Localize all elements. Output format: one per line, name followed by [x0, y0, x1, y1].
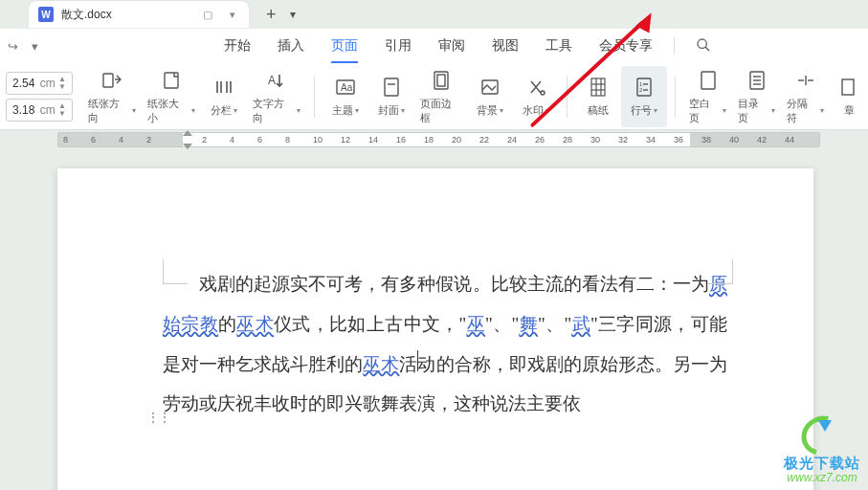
paper-size-button[interactable]: 纸张大小▾ — [142, 66, 201, 127]
text-direction-button[interactable]: A 文字方向▾ — [247, 66, 306, 127]
line-number-button[interactable]: 12 行号▾ — [621, 66, 667, 127]
ruler-tick: 14 — [368, 135, 378, 145]
link-text[interactable]: 舞 — [519, 314, 538, 334]
orientation-button[interactable]: 纸张方向▾ — [82, 66, 142, 127]
ruler-tick: 8 — [63, 135, 68, 145]
ruler-tick: 4 — [230, 135, 234, 145]
document-tab[interactable]: W 散文.docx ▢ ▾ — [29, 1, 249, 28]
menu-page[interactable]: 页面 — [318, 29, 371, 63]
document-body[interactable]: 戏剧的起源实不可考，有多种假说。比较主流的看法有二：一为原始宗教的巫术仪式，比如… — [163, 264, 727, 424]
theme-button[interactable]: Aa 主题▾ — [323, 66, 368, 127]
svg-rect-11 — [385, 78, 398, 96]
link-text[interactable]: 武 — [571, 314, 590, 334]
orientation-icon — [99, 68, 125, 93]
ruler-tick: 4 — [119, 135, 123, 145]
text-direction-icon: A — [263, 68, 290, 93]
menu-insert[interactable]: 插入 — [264, 29, 318, 63]
svg-rect-3 — [165, 73, 178, 88]
watermark-logo-icon — [801, 416, 843, 455]
ruler-tick: 24 — [507, 135, 517, 145]
blank-page-button[interactable]: 空白页▾ — [683, 66, 732, 127]
ruler-tick: 12 — [341, 135, 350, 145]
svg-text:A: A — [268, 74, 276, 87]
margin-top-input[interactable]: 2.54 cm ▲▼ — [6, 72, 73, 95]
paragraph[interactable]: 戏剧的起源实不可考，有多种假说。比较主流的看法有二：一为原始宗教的巫术仪式，比如… — [163, 264, 727, 424]
cover-icon — [378, 75, 405, 100]
chapter-icon — [835, 75, 862, 100]
background-button[interactable]: 背景▾ — [467, 66, 513, 127]
ruler-tick: 16 — [396, 135, 406, 145]
ruler-tick: 26 — [535, 135, 545, 145]
svg-rect-27 — [701, 72, 715, 89]
menu-review[interactable]: 审阅 — [425, 29, 479, 63]
tab-more-icon[interactable]: ▾ — [290, 8, 296, 21]
page-border-icon — [428, 68, 455, 93]
menu-more-icon[interactable]: ▾ — [32, 39, 38, 54]
first-line-indent-marker[interactable] — [183, 130, 192, 136]
document-area: 戏剧的起源实不可考，有多种假说。比较主流的看法有二：一为原始宗教的巫术仪式，比如… — [0, 151, 868, 490]
cover-button[interactable]: 封面▾ — [368, 66, 414, 127]
menu-reference[interactable]: 引用 — [371, 29, 425, 63]
link-text[interactable]: 巫术 — [236, 314, 274, 334]
page-border-button[interactable]: 页面边框 — [414, 66, 468, 127]
margin-left-input[interactable]: 3.18 cm ▲▼ — [6, 99, 73, 122]
menu-view[interactable]: 视图 — [479, 29, 532, 63]
ruler-tick: 42 — [757, 135, 767, 145]
ruler-tick: 2 — [146, 135, 151, 145]
svg-text:Aa: Aa — [341, 82, 353, 93]
margin-corner-tr — [708, 259, 733, 284]
ruler-tick: 6 — [91, 135, 96, 145]
svg-point-0 — [698, 39, 706, 48]
menu-separator — [674, 37, 675, 55]
site-watermark: 极光下载站 www.xz7.com — [784, 416, 860, 484]
tab-dropdown-icon[interactable]: ▾ — [226, 8, 239, 21]
manuscript-icon — [585, 75, 612, 100]
ruler-tick: 36 — [674, 135, 683, 145]
link-text[interactable]: 巫 — [466, 314, 485, 334]
columns-button[interactable]: 分栏▾ — [201, 66, 247, 127]
columns-icon — [211, 75, 237, 100]
document-title: 散文.docx — [61, 7, 189, 23]
svg-line-1 — [705, 47, 709, 51]
chapter-button[interactable]: 章 — [830, 66, 868, 127]
ruler-tick: 20 — [452, 135, 461, 145]
background-icon — [477, 75, 503, 100]
ruler-tick: 28 — [563, 135, 572, 145]
horizontal-ruler[interactable]: 8642246810121416182022242628303234363840… — [57, 132, 820, 147]
tab-window-icon[interactable]: ▢ — [201, 8, 214, 21]
separator-button[interactable]: 分隔符▾ — [781, 66, 830, 127]
menu-start[interactable]: 开始 — [211, 29, 264, 63]
link-text[interactable]: 巫术 — [363, 354, 399, 374]
svg-rect-35 — [842, 79, 854, 95]
menu-bar: ↪ ▾ 开始 插入 页面 引用 审阅 视图 工具 会员专享 — [0, 29, 868, 63]
menu-tools[interactable]: 工具 — [532, 29, 586, 63]
line-number-icon: 12 — [631, 75, 657, 100]
toolbar-separator — [567, 76, 568, 118]
ruler-tick: 2 — [202, 135, 207, 145]
ruler-tick: 6 — [257, 135, 262, 145]
ruler-tick: 18 — [424, 135, 434, 145]
ruler-tick: 10 — [313, 135, 323, 145]
toolbar-separator — [675, 76, 676, 118]
toc-page-button[interactable]: 目录页▾ — [732, 66, 781, 127]
redo-icon[interactable]: ↪ — [8, 39, 18, 54]
svg-text:2: 2 — [639, 87, 643, 93]
ruler-tick: 8 — [285, 135, 290, 145]
stepper-icon[interactable]: ▲▼ — [58, 102, 66, 118]
new-tab-button[interactable]: + — [266, 5, 277, 25]
word-doc-icon: W — [38, 7, 54, 22]
ruler-tick: 22 — [479, 135, 489, 145]
ruler-tick: 32 — [618, 135, 628, 145]
separator-icon — [792, 68, 819, 93]
ruler-tick: 34 — [646, 135, 656, 145]
svg-rect-14 — [437, 75, 445, 86]
watermark-url: www.xz7.com — [787, 471, 857, 484]
toc-icon — [744, 68, 770, 93]
stepper-icon[interactable]: ▲▼ — [58, 76, 66, 91]
search-icon[interactable] — [682, 37, 724, 56]
ruler-tick: 44 — [785, 135, 794, 145]
left-indent-marker[interactable] — [183, 144, 192, 149]
paragraph-drag-handle[interactable]: ⋮⋮ — [146, 410, 169, 425]
ruler-tick: 30 — [590, 135, 600, 145]
document-page[interactable]: 戏剧的起源实不可考，有多种假说。比较主流的看法有二：一为原始宗教的巫术仪式，比如… — [57, 168, 813, 490]
